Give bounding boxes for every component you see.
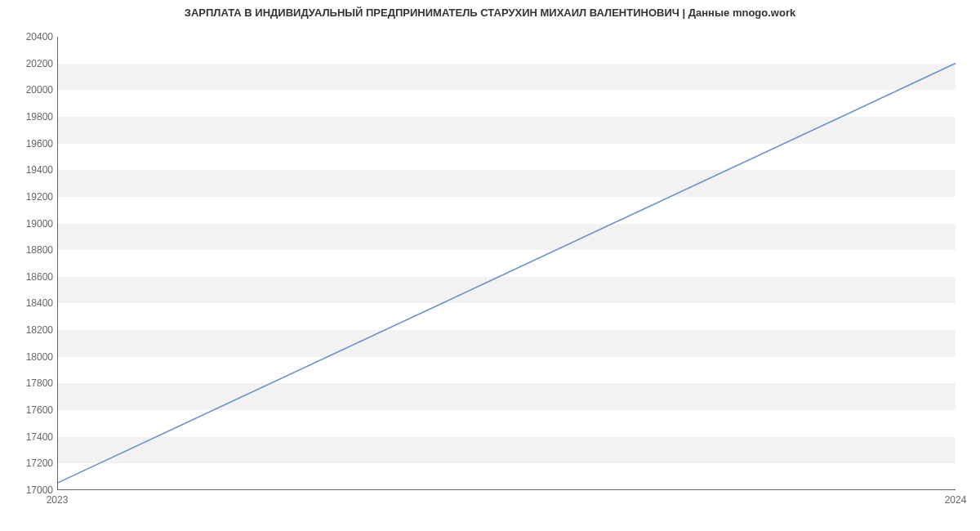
y-tick-label: 17200	[4, 457, 53, 469]
y-tick-label: 18400	[4, 297, 53, 309]
y-tick-label: 17400	[4, 431, 53, 443]
y-tick-label: 19000	[4, 218, 53, 230]
chart-title: ЗАРПЛАТА В ИНДИВИДУАЛЬНЫЙ ПРЕДПРИНИМАТЕЛ…	[0, 7, 980, 19]
y-tick-label: 20000	[4, 84, 53, 96]
plot-area	[57, 37, 956, 490]
y-tick-label: 19800	[4, 111, 53, 123]
y-tick-label: 18800	[4, 244, 53, 256]
y-tick-label: 19600	[4, 138, 53, 149]
x-tick-label: 2024	[945, 494, 967, 506]
y-tick-label: 19400	[4, 164, 53, 176]
chart-container: ЗАРПЛАТА В ИНДИВИДУАЛЬНЫЙ ПРЕДПРИНИМАТЕЛ…	[0, 0, 980, 531]
y-tick-label: 20200	[4, 58, 53, 69]
series-line	[58, 64, 956, 483]
y-tick-label: 17800	[4, 377, 53, 389]
y-tick-label: 17600	[4, 404, 53, 416]
y-tick-label: 20400	[4, 31, 53, 42]
y-tick-label: 18000	[4, 351, 53, 363]
y-tick-label: 18200	[4, 324, 53, 336]
y-tick-label: 18600	[4, 271, 53, 283]
y-tick-label: 19200	[4, 191, 53, 203]
line-series	[58, 37, 956, 489]
x-tick-label: 2023	[47, 494, 69, 506]
